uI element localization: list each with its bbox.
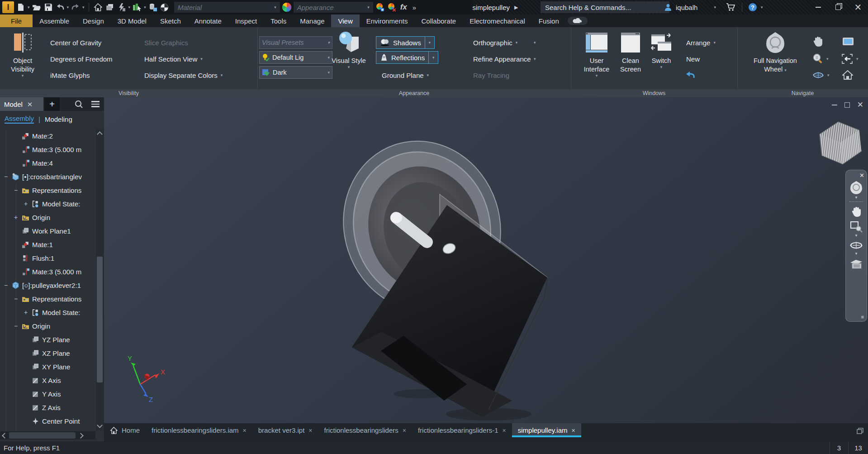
shadows-toggle[interactable]: Shadows ▾ [376,36,435,49]
select-tool-dropdown[interactable]: ▾ [144,5,146,10]
full-navigation-wheel-button[interactable]: Full Navigation Wheel ▾ [750,29,801,88]
reflections-toggle[interactable]: Reflections ▾ [376,51,438,64]
select-tool-icon[interactable] [132,2,142,12]
new-file-icon[interactable] [16,2,26,12]
add-browser-tab-button[interactable]: + [44,97,60,111]
tree-item-mate-2[interactable]: Mate:2 [0,129,95,143]
navbar-orbit-icon[interactable] [849,240,863,251]
document-tab-frictionlessbearingsliders-1[interactable]: frictionlessbearingsliders-1× [412,423,512,437]
tree-item-xy-plane[interactable]: XY Plane [0,360,95,373]
ribbon-tab-annotate[interactable]: Annotate [188,14,228,27]
half-section-view-button[interactable]: Half Section View ▾ [141,52,203,66]
scroll-up-icon[interactable] [97,131,103,137]
ground-plane-button[interactable]: Ground Plane ▾ [379,68,429,82]
tab-close-icon[interactable]: × [403,427,406,434]
close-button[interactable]: ✕ [848,0,868,14]
tab-close-icon[interactable]: × [571,427,575,434]
degrees-of-freedom-button[interactable]: Degrees of Freedom [47,52,113,66]
tree-expander[interactable]: + [23,309,29,316]
ribbon-tab-sketch[interactable]: Sketch [153,14,188,27]
ribbon-tab-assemble[interactable]: Assemble [33,14,76,27]
style-select[interactable]: Dark ▾ [259,66,332,79]
scroll-right-icon[interactable] [78,433,84,439]
tree-item-work-plane1[interactable]: Work Plane1 [0,224,95,238]
quick-command-dropdown[interactable]: ▾ [128,5,131,10]
color-wheel-icon[interactable] [282,2,292,12]
tree-expander[interactable]: − [13,186,19,194]
save-icon[interactable] [43,2,53,12]
group-label-navigate[interactable]: Navigate [737,89,868,97]
tree-item-mate-4[interactable]: Mate:4 [0,156,95,170]
cart-icon[interactable] [726,3,736,11]
ribbon-tab-inspect[interactable]: Inspect [228,14,264,27]
mode-tab-assembly[interactable]: Assembly [5,115,34,124]
home-view-button[interactable] [842,68,853,82]
ribbon-tab-design[interactable]: Design [76,14,111,27]
center-of-gravity-button[interactable]: Center of Gravity [47,36,101,49]
ribbon-tab-file[interactable]: File [0,14,33,27]
open-file-icon[interactable] [32,2,42,12]
tree-item-y-axis[interactable]: Y Axis [0,387,95,401]
material-dropdown[interactable]: Material ▾ [174,2,280,13]
restore-button[interactable] [828,0,848,14]
collaboration-cloud-icon[interactable] [568,17,588,25]
help-dropdown[interactable]: ▾ [761,5,763,10]
tree-item-center-point[interactable]: Center Point [0,414,95,428]
tree-item-mate-3-5-000-m[interactable]: Mate:3 (5.000 m [0,265,95,278]
navbar-zoom-caret[interactable]: ▾ [855,234,858,238]
browser-tab-close-icon[interactable]: ✕ [27,101,33,108]
vertical-scroll-thumb[interactable] [97,257,103,382]
help-search-input[interactable]: Search Help & Commands... [541,1,669,13]
group-label-appearance[interactable]: Appearance [257,89,571,97]
view-cube[interactable] [818,120,862,167]
new-file-dropdown[interactable]: ▾ [28,5,30,10]
parameters-fx-icon[interactable]: fx [398,3,409,12]
tree-item-representations[interactable]: −Representations [0,292,95,306]
tree-item-crossbartrianglev[interactable]: −[•]:crossbartrianglev [0,170,95,183]
app-logo[interactable]: I [2,1,14,13]
tree-expander[interactable]: − [13,322,19,330]
browser-menu-icon[interactable] [91,101,100,107]
zoom-all-button[interactable]: ▾ [841,52,859,66]
navbar-menu-icon[interactable]: ≡ [861,314,864,320]
tree-item-yz-plane[interactable]: YZ Plane [0,333,95,346]
undo-dropdown[interactable]: ▾ [67,5,69,10]
texture-button[interactable]: ▾ [531,36,536,49]
navbar-pan-icon[interactable] [850,206,862,218]
tab-overflow-icon[interactable] [856,427,864,435]
tree-expander[interactable]: − [13,295,19,302]
tree-horizontal-scrollbar[interactable] [0,431,95,440]
navbar-zoom-window-icon[interactable] [850,221,863,233]
browser-search-icon[interactable] [75,100,83,109]
new-window-button[interactable]: New [683,52,700,66]
tree-expander[interactable]: + [23,200,29,207]
ribbon-tab-fusion[interactable]: Fusion [532,14,566,27]
navbar-wheel-caret[interactable]: ▾ [855,196,858,200]
swatches-button[interactable]: ▾ [531,52,536,66]
tree-item-origin[interactable]: −Origin [0,319,95,333]
minimize-button[interactable] [808,0,828,14]
doc-restore-icon[interactable] [844,102,850,108]
horizontal-scroll-thumb[interactable] [9,432,76,439]
copy-screen-icon[interactable] [105,2,115,12]
arrange-button[interactable]: Arrange ▾ [683,36,716,49]
viewport-3d[interactable]: Y X Z ✕ ✕ ▾ [104,97,868,423]
tree-item-model-state[interactable]: +Model State: [0,197,95,210]
tree-expander[interactable]: − [3,282,9,289]
document-tab-simplepulley-iam[interactable]: simplepulley.iam× [512,423,581,437]
pan-button[interactable] [812,35,823,48]
navbar-close-icon[interactable]: ✕ [859,172,864,179]
tab-close-icon[interactable]: × [243,427,247,434]
navbar-wheel-icon[interactable] [849,181,863,195]
scroll-down-icon[interactable] [97,422,103,428]
scroll-left-icon[interactable] [2,433,8,439]
ribbon-tab-electromechanical[interactable]: Electromechanical [463,14,532,27]
document-tab-frictionlessbearingsliders-iam[interactable]: frictionlessbearingsliders.iam× [146,423,252,437]
object-visibility-button[interactable]: Object Visibility ▾ [3,29,43,88]
browser-tab-model[interactable]: Model ✕ [0,97,43,111]
tree-item-x-axis[interactable]: X Axis [0,373,95,387]
document-tab-frictionlessbearingsliders[interactable]: frictionlessbearingsliders× [318,423,412,437]
appearance-dropdown[interactable]: Appearance ▾ [294,2,373,13]
quick-command-icon[interactable] [117,2,127,12]
refine-appearance-button[interactable]: Refine Appearance [470,52,531,66]
